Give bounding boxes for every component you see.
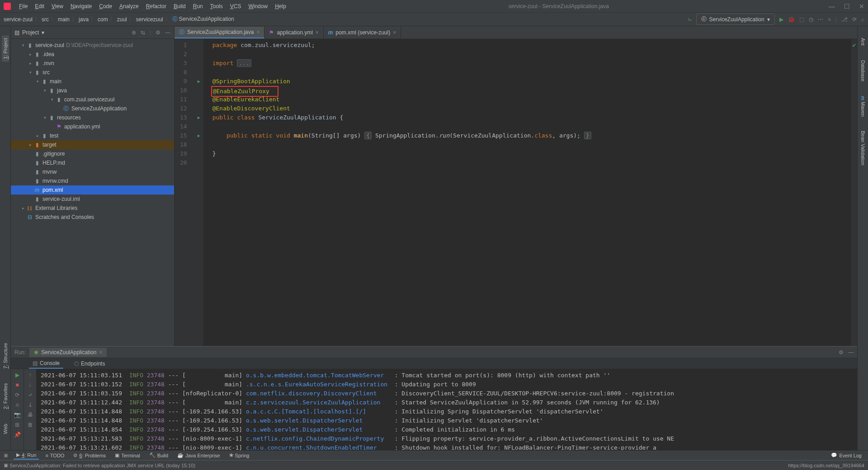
close-tab-icon[interactable]: × — [256, 29, 259, 35]
tree-row[interactable]: ▾▮com.zuul.servicezuul — [11, 95, 174, 104]
close-tab-icon[interactable]: × — [393, 29, 396, 36]
tree-row[interactable]: ▮mvnw — [11, 167, 174, 176]
pin-icon[interactable]: 📌 — [14, 432, 21, 438]
down-icon[interactable]: ↓ — [29, 382, 32, 388]
search-icon[interactable]: ⌕ — [861, 16, 864, 23]
rerun-icon[interactable]: ▶ — [15, 372, 19, 378]
settings-icon[interactable]: ⚙ — [839, 349, 844, 356]
bottom-tab[interactable]: ≡TODO — [42, 451, 67, 460]
up-icon[interactable]: ↑ — [29, 372, 32, 378]
hide-icon[interactable]: — — [848, 349, 854, 356]
tree-row[interactable]: ▾▮service-zuul D:\IDEAProject\service-zu… — [11, 41, 174, 50]
breadcrumb-item[interactable]: zuul — [117, 16, 127, 23]
breadcrumb-item[interactable]: src — [42, 16, 49, 23]
bottom-tab[interactable]: 🔨Build — [146, 451, 171, 460]
database-tool-tab[interactable]: Database — [859, 57, 867, 84]
ant-tool-tab[interactable]: Ant — [859, 35, 867, 48]
tree-row[interactable]: ▮.gitignore — [11, 149, 174, 158]
update-icon[interactable]: ⟳ — [852, 16, 857, 23]
menu-run[interactable]: Run — [190, 2, 206, 10]
run-icon[interactable]: ▶ — [779, 16, 783, 23]
soft-wrap-icon[interactable]: ⤶ — [28, 392, 33, 398]
tree-row[interactable]: ⚑application.yml — [11, 122, 174, 131]
attach-icon[interactable]: ⋯ — [818, 16, 823, 23]
debug-icon[interactable]: 🐞 — [788, 16, 795, 23]
settings-icon[interactable]: ⚙ — [156, 29, 160, 36]
hide-icon[interactable]: — — [165, 29, 170, 36]
menu-navigate[interactable]: Navigate — [68, 2, 94, 10]
console-output[interactable]: 2021-06-07 15:11:03.151 INFO 23748 --- [… — [36, 369, 857, 450]
project-panel-title[interactable]: ▤ Project ▾ — [14, 29, 44, 36]
menu-build[interactable]: Build — [171, 2, 189, 10]
menu-view[interactable]: View — [49, 2, 66, 10]
tree-row[interactable]: mpom.xml — [11, 185, 174, 195]
menu-vcs[interactable]: VCS — [227, 2, 244, 10]
favorites-tool-tab[interactable]: 2: Favorites — [2, 380, 9, 412]
close-icon[interactable]: ✕ — [859, 3, 864, 10]
stop-icon[interactable]: ■ — [828, 16, 831, 23]
breadcrumb-item[interactable]: java — [79, 16, 89, 23]
coverage-icon[interactable]: ⬚ — [799, 16, 804, 23]
tree-row[interactable]: ▾▮main — [11, 77, 174, 86]
tree-row[interactable]: ▸▮.idea — [11, 50, 174, 59]
menu-code[interactable]: Code — [96, 2, 115, 10]
menu-tools[interactable]: Tools — [208, 2, 226, 10]
bean-validation-tool-tab[interactable]: Bean Validation — [859, 128, 867, 168]
bottom-tab[interactable]: ▶4: Run — [14, 451, 39, 460]
menu-window[interactable]: Window — [245, 2, 270, 10]
breadcrumb-item[interactable]: service-zuul — [4, 16, 33, 23]
bottom-tab[interactable]: ❀Spring — [226, 451, 252, 460]
bottom-tab[interactable]: ⊘6: Problems — [71, 451, 108, 460]
build-icon[interactable]: ⤿ — [687, 16, 692, 23]
bottom-tab[interactable]: ▣Terminal — [112, 451, 143, 460]
run-subtab-endpoints[interactable]: ⬡Endpoints — [71, 359, 108, 368]
breadcrumb-item[interactable]: com — [98, 16, 108, 23]
structure-tool-tab[interactable]: 7: Structure — [2, 340, 9, 371]
editor-marker-bar[interactable]: ✔ — [851, 39, 857, 346]
tree-row[interactable]: ▸▮target — [11, 140, 174, 149]
stop-icon[interactable]: ■ — [15, 382, 19, 388]
git-icon[interactable]: ⎇ — [841, 16, 848, 23]
run-subtab-console[interactable]: ▤Console — [29, 359, 63, 369]
menu-help[interactable]: Help — [272, 2, 289, 10]
tree-row[interactable]: ▾▮resources — [11, 113, 174, 122]
tree-row[interactable]: ▸⫿⫿External Libraries — [11, 204, 174, 213]
maximize-icon[interactable]: ☐ — [844, 3, 850, 10]
menu-refactor[interactable]: Refactor — [143, 2, 169, 10]
tool-window-icon[interactable]: ▣ — [4, 452, 8, 458]
editor-tab[interactable]: ⓒServiceZuulApplication.java× — [175, 27, 264, 38]
event-log-tab[interactable]: 💬 Event Log — [828, 451, 864, 459]
expand-all-icon[interactable]: ⇆ — [141, 29, 145, 36]
close-icon[interactable]: × — [99, 349, 102, 356]
breadcrumb-item[interactable]: main — [58, 16, 70, 23]
select-opened-icon[interactable]: ⊕ — [132, 29, 136, 36]
run-config-selector[interactable]: ⓒ ServiceZuulApplication ▾ — [696, 14, 775, 25]
editor-tab[interactable]: mpom.xml (service-zuul)× — [324, 27, 401, 38]
tree-row[interactable]: ▾▮src — [11, 68, 174, 77]
breadcrumb-item[interactable]: ⓒServiceZuulApplication — [172, 15, 234, 23]
dump-icon[interactable]: 📷 — [14, 412, 21, 418]
tree-row[interactable]: ▮service-zuul.iml — [11, 195, 174, 204]
tree-row[interactable]: ⊟Scratches and Consoles — [11, 213, 174, 222]
profile-icon[interactable]: ◷ — [809, 16, 813, 23]
menu-file[interactable]: File — [16, 2, 30, 10]
tree-row[interactable]: ▮HELP.md — [11, 158, 174, 167]
tree-row[interactable]: ▸▮test — [11, 131, 174, 140]
gutter-icons[interactable]: ▶▶▶ — [194, 39, 203, 346]
restart-icon[interactable]: ⟳ — [15, 392, 19, 398]
menu-edit[interactable]: Edit — [32, 2, 47, 10]
project-tree[interactable]: ▾▮service-zuul D:\IDEAProject\service-zu… — [11, 39, 174, 223]
editor-tab[interactable]: ⚑application.yml× — [264, 27, 323, 38]
tree-row[interactable]: ▸▮.mvn — [11, 59, 174, 68]
minimize-icon[interactable]: — — [829, 3, 835, 10]
bottom-tab[interactable]: ☕Java Enterprise — [175, 451, 222, 460]
exit-icon[interactable]: ⎋ — [16, 402, 19, 408]
close-tab-icon[interactable]: × — [316, 29, 319, 36]
code-area[interactable]: package com.zuul.servicezuul;import ...@… — [203, 39, 851, 346]
print-icon[interactable]: 🖶 — [28, 412, 33, 418]
tree-row[interactable]: ▾▮java — [11, 86, 174, 95]
project-tool-tab[interactable]: 1: Project — [2, 35, 9, 62]
breadcrumb-item[interactable]: servicezuul — [136, 16, 163, 23]
maven-tool-tab[interactable]: m Maven — [859, 93, 867, 119]
web-tool-tab[interactable]: Web — [2, 421, 9, 437]
